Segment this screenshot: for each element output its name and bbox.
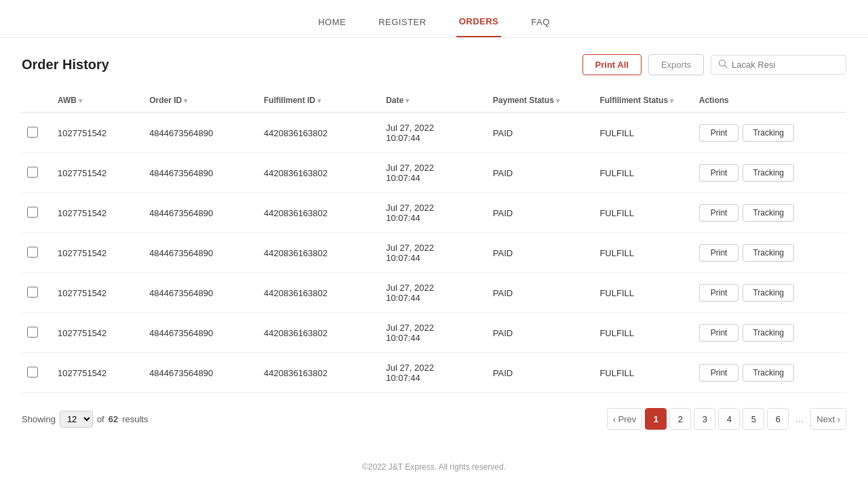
page-btn-4[interactable]: 4 xyxy=(718,408,740,430)
prev-page-button[interactable]: ‹ Prev xyxy=(607,408,643,430)
print-button[interactable]: Print xyxy=(699,324,739,342)
cell-date: Jul 27, 202210:07:44 xyxy=(380,233,488,273)
cell-order-id: 4844673564890 xyxy=(144,193,258,233)
search-input[interactable] xyxy=(732,60,839,70)
cell-payment-status: PAID xyxy=(488,233,595,273)
tracking-button[interactable]: Tracking xyxy=(743,204,794,222)
cell-date: Jul 27, 202210:07:44 xyxy=(380,193,488,233)
cell-fulfillment-id: 4420836163802 xyxy=(258,233,380,273)
per-page-select[interactable]: 12 25 50 xyxy=(60,411,93,428)
page-header: Order History Print All Exports xyxy=(22,54,846,75)
cell-fulfillment-status: FULFILL xyxy=(594,273,693,313)
page-btn-5[interactable]: 5 xyxy=(743,408,764,430)
cell-fulfillment-status: FULFILL xyxy=(594,313,693,353)
cell-fulfillment-id: 4420836163802 xyxy=(258,353,380,393)
print-button[interactable]: Print xyxy=(699,204,739,222)
cell-awb: 1027751542 xyxy=(52,153,144,193)
page-btn-6[interactable]: 6 xyxy=(767,408,789,430)
table-row: 102775154248446735648904420836163802Jul … xyxy=(22,193,846,233)
row-checkbox-5[interactable] xyxy=(27,327,38,338)
exports-button[interactable]: Exports xyxy=(648,54,704,75)
cell-actions: PrintTracking xyxy=(694,353,846,393)
tracking-button[interactable]: Tracking xyxy=(743,284,794,302)
pagination-ellipsis: … xyxy=(791,414,808,424)
print-all-button[interactable]: Print All xyxy=(583,54,642,75)
cell-payment-status: PAID xyxy=(488,113,595,153)
nav-item-home[interactable]: HOME xyxy=(315,10,349,37)
tracking-button[interactable]: Tracking xyxy=(743,364,794,382)
cell-date: Jul 27, 202210:07:44 xyxy=(380,273,488,313)
col-header-order_id[interactable]: Order ID▾ xyxy=(144,89,258,113)
row-checkbox-0[interactable] xyxy=(27,127,38,138)
print-button[interactable]: Print xyxy=(699,164,739,182)
nav-item-faq[interactable]: FAQ xyxy=(528,10,553,37)
row-checkbox-3[interactable] xyxy=(27,247,38,258)
cell-payment-status: PAID xyxy=(488,313,595,353)
cell-date: Jul 27, 202210:07:44 xyxy=(380,153,488,193)
cell-fulfillment-id: 4420836163802 xyxy=(258,273,380,313)
cell-order-id: 4844673564890 xyxy=(144,233,258,273)
print-button[interactable]: Print xyxy=(699,364,739,382)
tracking-button[interactable]: Tracking xyxy=(743,324,794,342)
cell-fulfillment-id: 4420836163802 xyxy=(258,193,380,233)
col-header-fulfillment_id[interactable]: Fulfillment ID▾ xyxy=(258,89,380,113)
table-row: 102775154248446735648904420836163802Jul … xyxy=(22,113,846,153)
total-count: 62 xyxy=(108,414,118,424)
search-box xyxy=(711,55,846,75)
col-header-date[interactable]: Date▾ xyxy=(380,89,488,113)
cell-date: Jul 27, 202210:07:44 xyxy=(380,313,488,353)
nav-item-orders[interactable]: ORDERS xyxy=(456,9,502,37)
row-checkbox-4[interactable] xyxy=(27,287,38,298)
tracking-button[interactable]: Tracking xyxy=(743,124,794,142)
print-button[interactable]: Print xyxy=(699,244,739,262)
col-header-fulfillment_status[interactable]: Fulfillment Status▾ xyxy=(594,89,693,113)
cell-payment-status: PAID xyxy=(488,153,595,193)
col-header-awb[interactable]: AWB▾ xyxy=(52,89,144,113)
table-row: 102775154248446735648904420836163802Jul … xyxy=(22,233,846,273)
page-btn-3[interactable]: 3 xyxy=(694,408,715,430)
search-icon xyxy=(718,59,728,70)
cell-order-id: 4844673564890 xyxy=(144,353,258,393)
cell-fulfillment-status: FULFILL xyxy=(594,193,693,233)
col-header-select xyxy=(22,89,52,113)
tracking-button[interactable]: Tracking xyxy=(743,164,794,182)
orders-table: AWB▾Order ID▾Fulfillment ID▾Date▾Payment… xyxy=(22,89,846,393)
cell-payment-status: PAID xyxy=(488,353,595,393)
cell-actions: PrintTracking xyxy=(694,153,846,193)
sort-arrow-awb: ▾ xyxy=(79,97,82,104)
page-title: Order History xyxy=(22,57,109,73)
cell-awb: 1027751542 xyxy=(52,233,144,273)
cell-payment-status: PAID xyxy=(488,273,595,313)
col-header-actions: Actions xyxy=(694,89,846,113)
tracking-button[interactable]: Tracking xyxy=(743,244,794,262)
sort-arrow-payment_status: ▾ xyxy=(556,97,559,104)
row-checkbox-1[interactable] xyxy=(27,167,38,178)
cell-awb: 1027751542 xyxy=(52,353,144,393)
print-button[interactable]: Print xyxy=(699,284,739,302)
cell-payment-status: PAID xyxy=(488,193,595,233)
cell-awb: 1027751542 xyxy=(52,193,144,233)
sort-arrow-fulfillment_status: ▾ xyxy=(670,97,673,104)
svg-line-1 xyxy=(725,66,728,68)
page-btn-1[interactable]: 1 xyxy=(645,408,667,430)
cell-awb: 1027751542 xyxy=(52,273,144,313)
nav-item-register[interactable]: REGISTER xyxy=(376,10,429,37)
row-checkbox-6[interactable] xyxy=(27,367,38,378)
cell-actions: PrintTracking xyxy=(694,313,846,353)
cell-fulfillment-id: 4420836163802 xyxy=(258,313,380,353)
page-btn-2[interactable]: 2 xyxy=(669,408,691,430)
print-button[interactable]: Print xyxy=(699,124,739,142)
col-header-payment_status[interactable]: Payment Status▾ xyxy=(488,89,595,113)
of-label: of xyxy=(97,414,104,424)
row-checkbox-2[interactable] xyxy=(27,207,38,218)
cell-date: Jul 27, 202210:07:44 xyxy=(380,113,488,153)
cell-order-id: 4844673564890 xyxy=(144,313,258,353)
showing-label: Showing xyxy=(22,414,56,424)
cell-fulfillment-id: 4420836163802 xyxy=(258,113,380,153)
pagination-row: Showing 12 25 50 of 62 results ‹ Prev123… xyxy=(22,408,846,430)
cell-awb: 1027751542 xyxy=(52,113,144,153)
next-page-button[interactable]: Next › xyxy=(810,408,846,430)
cell-order-id: 4844673564890 xyxy=(144,113,258,153)
cell-awb: 1027751542 xyxy=(52,313,144,353)
cell-actions: PrintTracking xyxy=(694,193,846,233)
